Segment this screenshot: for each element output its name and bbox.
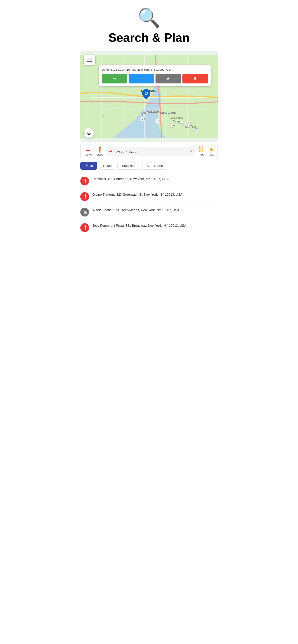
routes-label: Routes — [84, 153, 92, 156]
svg-text:Manhattan: Manhattan — [171, 116, 183, 120]
nav-routes[interactable]: ⇄ Routes — [82, 146, 94, 157]
stops-icon: 🧍 — [97, 147, 103, 153]
hamburger-icon — [87, 58, 92, 62]
svg-text:↗: ↗ — [115, 108, 117, 111]
tab-stop-name[interactable]: Stop Name — [142, 162, 167, 170]
tab-place[interactable]: Place — [80, 162, 97, 170]
stops-label: Stops — [97, 153, 103, 156]
delete-button[interactable]: 🗑 — [182, 74, 208, 84]
svg-text:↗: ↗ — [102, 114, 104, 118]
result-item[interactable]: 🍴 Gigino Trattoria, 323 Greenwich St, Ne… — [80, 189, 218, 204]
results-list: 🍴 Domino's, 181 Church St, New York, NY … — [75, 172, 223, 237]
result-name: Whole Foods, 270 Greenwich St, New York,… — [92, 208, 218, 212]
map-popup: × Domino's, 181 Church St, New York, NY … — [99, 65, 211, 86]
person-button[interactable]: 🚶 — [129, 74, 154, 84]
svg-text:2: 2 — [142, 118, 143, 120]
restaurant-icon: 🍴 — [80, 177, 89, 186]
result-name: Joey Pepperoni Pizza, 381 Broadway, New … — [92, 223, 218, 228]
store-icon: 🛍 — [80, 208, 89, 216]
popup-address: Domino's, 181 Church St, New York, NY 10… — [102, 68, 208, 72]
search-input[interactable] — [114, 150, 188, 154]
popup-close-button[interactable]: × — [207, 66, 209, 70]
tab-stop-num[interactable]: Stop Num — [117, 162, 141, 170]
svg-text:Bridge: Bridge — [173, 120, 180, 123]
svg-text:2: 2 — [157, 120, 158, 122]
svg-text:↗: ↗ — [106, 101, 109, 104]
result-name: Gigino Trattoria, 323 Greenwich St, New … — [92, 192, 218, 197]
svg-text:↗: ↗ — [98, 95, 100, 98]
svg-text:28B: 28B — [180, 122, 184, 124]
bottom-nav: ⇄ Routes 🧍 Stops ↩ ✕ ⛓ Trips ★ Favs — [80, 144, 218, 159]
favs-label: Favs — [209, 153, 214, 156]
result-item[interactable]: 🛍 Whole Foods, 270 Greenwich St, New Yor… — [80, 204, 218, 220]
search-clear-button[interactable]: ✕ — [190, 149, 193, 154]
routes-icon: ⇄ — [86, 147, 90, 153]
content-tabs: Place Route Stop Num Stop Name — [75, 159, 223, 172]
restaurant-icon: 🍴 — [80, 192, 89, 201]
svg-text:29: 29 — [195, 130, 197, 132]
back-arrow-icon[interactable]: ↩ — [109, 149, 112, 154]
search-icon-large: 🔍 — [79, 7, 219, 29]
restaurant-icon: 🍴 — [80, 223, 89, 232]
result-name: Domino's, 181 Church St, New York, NY 10… — [92, 177, 218, 182]
result-item[interactable]: 🍴 Domino's, 181 Church St, New York, NY … — [80, 174, 218, 189]
svg-point-35 — [145, 92, 147, 94]
search-bar: ↩ ✕ — [106, 147, 195, 156]
trips-label: Trips — [198, 153, 204, 156]
directions-button[interactable]: ↪ — [102, 74, 127, 84]
popup-actions: ↪ 🚶 ★ 🗑 — [102, 74, 208, 84]
svg-text:29A: 29A — [187, 124, 191, 126]
compass-button[interactable]: ⊕ — [84, 128, 94, 138]
result-item[interactable]: 🍴 Joey Pepperoni Pizza, 381 Broadway, Ne… — [80, 220, 218, 235]
page-title: Search & Plan — [79, 31, 219, 44]
nav-trips[interactable]: ⛓ Trips — [196, 146, 206, 157]
tab-route[interactable]: Route — [99, 162, 116, 170]
page-header: 🔍 Search & Plan — [75, 0, 223, 49]
compass-icon: ⊕ — [87, 130, 91, 136]
svg-text:28A: 28A — [170, 124, 174, 126]
map-pin — [142, 89, 150, 100]
svg-text:↗: ↗ — [93, 108, 96, 111]
menu-button[interactable] — [84, 55, 95, 65]
trips-icon: ⛓ — [199, 147, 204, 153]
map-container[interactable]: ↗ ↗ ↗ ↗ ↗ New York Manhattan Bridge East… — [80, 51, 218, 142]
nav-favs[interactable]: ★ Favs — [206, 146, 216, 157]
nav-stops[interactable]: 🧍 Stops — [94, 146, 105, 157]
favs-icon: ★ — [209, 147, 214, 153]
star-button[interactable]: ★ — [155, 74, 181, 84]
